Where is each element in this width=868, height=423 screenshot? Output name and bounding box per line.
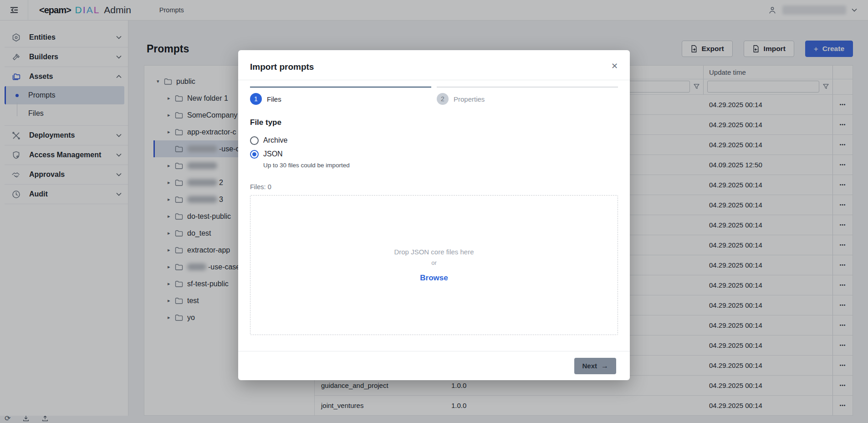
modal-title: Import prompts: [250, 62, 314, 72]
modal-header: Import prompts ✕: [238, 50, 630, 80]
json-radio-option[interactable]: JSON: [250, 148, 618, 160]
radio-checked-icon[interactable]: [250, 150, 259, 159]
next-button-label: Next: [582, 362, 597, 370]
files-count-label: Files: 0: [250, 183, 618, 191]
step-number-badge: 1: [250, 93, 262, 105]
next-button[interactable]: Next →: [574, 358, 616, 374]
radio-label: JSON: [263, 150, 283, 158]
file-type-heading: File type: [250, 118, 618, 127]
dropzone-or-text: or: [431, 259, 437, 266]
step-properties: 2 Properties: [437, 87, 618, 105]
step-number-badge: 2: [437, 93, 449, 105]
browse-link[interactable]: Browse: [420, 273, 448, 283]
step-label: Files: [267, 95, 281, 103]
arrow-right-icon: →: [601, 362, 608, 370]
radio-unchecked-icon[interactable]: [250, 136, 259, 145]
dropzone-text: Drop JSON core files here: [394, 248, 474, 256]
wizard-steps: 1 Files 2 Properties: [250, 87, 618, 105]
step-label: Properties: [454, 95, 485, 103]
import-prompts-modal: Import prompts ✕ 1 Files 2 Properties Fi…: [238, 50, 630, 380]
radio-label: Archive: [263, 136, 287, 144]
modal-footer: Next →: [238, 351, 630, 380]
close-icon[interactable]: ✕: [611, 61, 618, 71]
file-dropzone[interactable]: Drop JSON core files here or Browse: [250, 195, 618, 335]
json-limit-hint: Up to 30 files could be imported: [263, 162, 618, 169]
archive-radio-option[interactable]: Archive: [250, 134, 618, 146]
step-files: 1 Files: [250, 87, 431, 105]
